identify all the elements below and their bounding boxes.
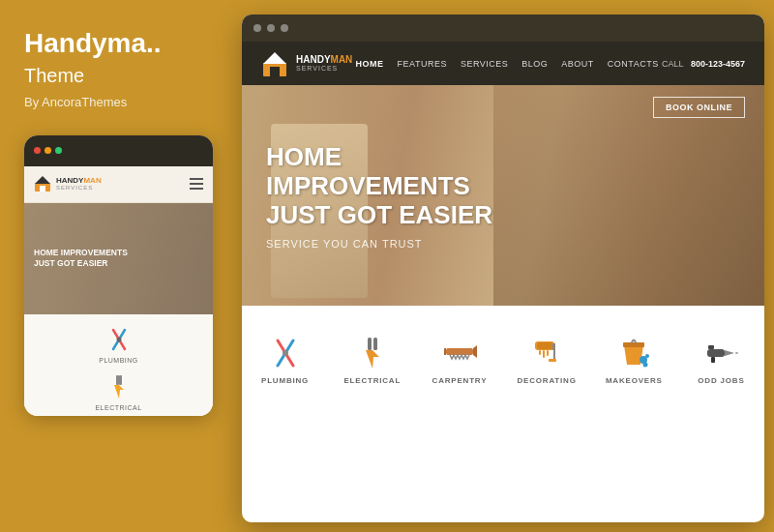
svg-rect-26 [623, 342, 644, 347]
decorating-icon-area [529, 336, 564, 370]
mobile-nav-header: HANDYMAN SERVICES [24, 166, 213, 203]
plumbing-icon-area [268, 336, 303, 370]
desktop-logo-house-icon [261, 50, 288, 77]
mobile-logo-text: HANDYMAN SERVICES [56, 177, 102, 191]
svg-rect-10 [270, 67, 280, 76]
svg-point-5 [116, 337, 121, 341]
mobile-dot-yellow [45, 147, 51, 154]
electrical-icon-area [355, 336, 390, 370]
desktop-hero-subtitle: SERVICE YOU CAN TRUST [266, 238, 740, 250]
desktop-call: CALL 800-123-4567 [662, 59, 745, 69]
desktop-preview: HANDYMAN SERVICES HOME FEATURES SERVICES… [242, 15, 764, 522]
carpentry-icon [442, 336, 477, 370]
mobile-hero: HOME IMPROVEMENTSJUST GOT EASIER [24, 203, 213, 314]
mobile-service-electrical[interactable]: ELECTRICAL [34, 373, 203, 411]
svg-marker-9 [263, 52, 286, 64]
makeovers-icon-area [616, 336, 651, 370]
odd-jobs-label: ODD JOBS [698, 376, 744, 385]
desktop-logo-text: HANDYMAN SERVICES [296, 54, 352, 73]
svg-rect-21 [553, 343, 555, 361]
mobile-hamburger-icon[interactable] [190, 178, 203, 190]
desktop-hero: BOOK ONLINE HOME IMPROVEMENTSJUST GOT EA… [242, 85, 764, 414]
svg-rect-15 [373, 338, 377, 350]
svg-point-29 [643, 362, 648, 367]
electrical-icon [355, 336, 390, 370]
nav-link-contacts[interactable]: CONTACTS [608, 59, 659, 69]
service-odd-jobs[interactable]: ODD JOBS [678, 306, 764, 414]
hamburger-line [190, 188, 203, 190]
left-panel: Handyma.. Theme By AncoraThemes HANDYMAN [0, 0, 237, 532]
svg-rect-30 [707, 349, 725, 357]
service-electrical[interactable]: ELECTRICAL [329, 306, 416, 414]
svg-rect-24 [543, 350, 545, 358]
plumbing-label: PLUMBING [261, 376, 309, 385]
plumbing-icon [268, 336, 303, 370]
mobile-logo-icon [34, 175, 51, 192]
hamburger-line [190, 183, 203, 185]
mobile-top-bar [24, 135, 213, 166]
desktop-top-bar [242, 15, 764, 42]
plumbing-label: PLUMBING [99, 357, 138, 364]
makeovers-icon [616, 336, 651, 370]
mobile-service-plumbing[interactable]: PLUMBING [34, 326, 203, 364]
svg-rect-19 [537, 342, 552, 349]
svg-rect-32 [735, 352, 738, 354]
desktop-nav-links: HOME FEATURES SERVICES BLOG ABOUT CONTAC… [356, 59, 659, 69]
svg-rect-2 [40, 186, 45, 192]
service-decorating[interactable]: DECORATING [504, 306, 591, 414]
svg-marker-31 [725, 350, 734, 356]
desktop-hero-content: HOME IMPROVEMENTSJUST GOT EASIER SERVICE… [242, 85, 764, 269]
call-label: CALL [662, 59, 684, 69]
mobile-mockup: HANDYMAN SERVICES HOME IMPROVEMENTSJUST … [24, 135, 213, 416]
nav-link-about[interactable]: ABOUT [561, 59, 594, 69]
svg-rect-34 [708, 345, 714, 349]
electrical-icon [105, 373, 133, 400]
desktop-hero-title: HOME IMPROVEMENTSJUST GOT EASIER [266, 143, 498, 230]
svg-rect-14 [368, 338, 372, 350]
theme-subtitle: Theme [24, 65, 218, 87]
electrical-label: ELECTRICAL [95, 404, 141, 411]
desktop-dot-2 [267, 24, 275, 32]
electrical-label: ELECTRICAL [343, 376, 401, 385]
hamburger-line [190, 178, 203, 180]
mobile-dots [34, 147, 62, 154]
nav-link-home[interactable]: HOME [356, 59, 384, 69]
theme-author: By AncoraThemes [24, 95, 218, 109]
odd-jobs-icon [703, 336, 738, 370]
svg-rect-22 [549, 359, 556, 362]
service-makeovers[interactable]: MAKEOVERS [591, 306, 678, 414]
svg-rect-16 [446, 348, 473, 355]
odd-jobs-icon-area [703, 336, 738, 370]
svg-rect-7 [119, 375, 122, 385]
svg-marker-17 [444, 348, 446, 355]
svg-point-13 [283, 350, 288, 356]
service-carpentry[interactable]: CARPENTRY [416, 306, 503, 414]
svg-point-28 [645, 354, 649, 358]
makeovers-label: MAKEOVERS [606, 376, 663, 385]
desktop-dot-1 [253, 24, 261, 32]
desktop-logo: HANDYMAN SERVICES [261, 50, 352, 77]
desktop-nav: HANDYMAN SERVICES HOME FEATURES SERVICES… [242, 42, 764, 85]
plumbing-icon [105, 326, 133, 353]
mobile-logo-area: HANDYMAN SERVICES [34, 175, 102, 192]
decorating-icon [529, 336, 564, 370]
service-plumbing[interactable]: PLUMBING [242, 306, 329, 414]
nav-link-services[interactable]: SERVICES [461, 59, 508, 69]
carpentry-label: CARPENTRY [432, 376, 488, 385]
mobile-dot-green [55, 147, 62, 154]
svg-rect-33 [711, 357, 715, 363]
mobile-hero-text: HOME IMPROVEMENTSJUST GOT EASIER [34, 248, 203, 269]
services-bar: PLUMBING ELECTRICAL [242, 306, 764, 414]
mobile-dot-red [34, 147, 41, 154]
theme-title: Handyma.. [24, 29, 218, 59]
desktop-dot-3 [281, 24, 288, 32]
svg-rect-6 [116, 375, 119, 385]
nav-link-features[interactable]: FEATURES [398, 59, 447, 69]
svg-marker-1 [35, 176, 50, 184]
carpentry-icon-area [442, 336, 477, 370]
call-number: 800-123-4567 [691, 59, 745, 69]
nav-link-blog[interactable]: BLOG [521, 59, 548, 69]
svg-rect-23 [539, 350, 541, 355]
svg-rect-25 [547, 350, 549, 356]
mobile-services: PLUMBING ELECTRICAL [24, 314, 213, 416]
